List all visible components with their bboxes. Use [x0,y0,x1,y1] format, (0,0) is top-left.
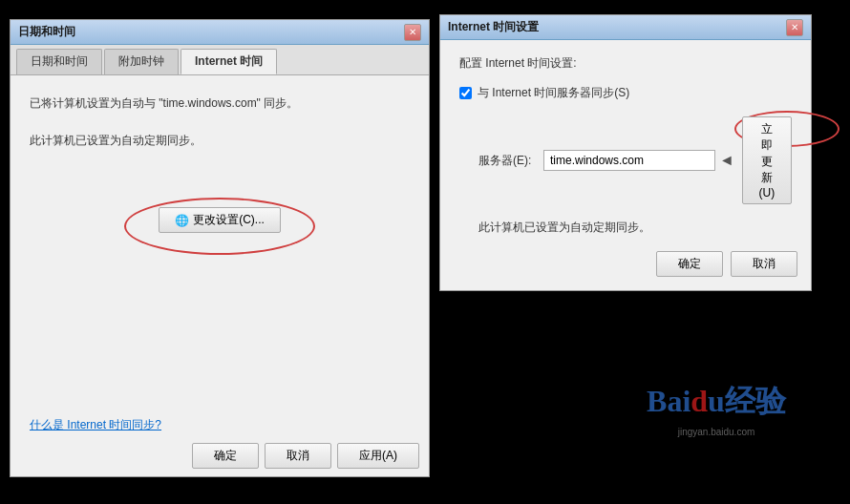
auto-sync-text: 此计算机已设置为自动定期同步。 [30,132,410,150]
tab-date-time[interactable]: 日期和时间 [16,49,102,74]
apply-button[interactable]: 应用(A) [337,443,419,469]
server-label: 服务器(E): [478,153,536,169]
sync-checkbox-label: 与 Internet 时间服务器同步(S) [478,85,629,101]
inet-close-button[interactable]: ✕ [786,19,803,36]
confirm-button[interactable]: 确定 [192,443,259,469]
main-dialog-titlebar: 日期和时间 ✕ [11,20,429,45]
inet-confirm-button[interactable]: 确定 [656,251,723,277]
change-btn-area: 🌐 更改设置(C)... [30,207,410,233]
inet-dialog: Internet 时间设置 ✕ 配置 Internet 时间设置: 与 Inte… [439,14,812,291]
cancel-button[interactable]: 取消 [265,443,331,469]
close-button[interactable]: ✕ [404,24,421,41]
internet-time-sync-link[interactable]: 什么是 Internet 时间同步? [30,417,161,433]
tabs-row: 日期和时间 附加时钟 Internet 时间 [11,45,429,75]
title-buttons: ✕ [404,24,421,41]
sync-checkbox[interactable] [459,87,472,99]
inet-bottom-buttons: 确定 取消 [656,251,797,277]
main-dialog: 日期和时间 ✕ 日期和时间 附加时钟 Internet 时间 已将计算机设置为自… [10,19,430,477]
arrow-icon: ◄ [719,152,734,169]
sync-description: 已将计算机设置为自动与 "time.windows.com" 同步。 [30,94,410,113]
baidu-logo-text: Baidu经验 [647,381,786,423]
inet-dialog-content: 配置 Internet 时间设置: 与 Internet 时间服务器同步(S) … [440,40,811,251]
tab-internet-time[interactable]: Internet 时间 [181,49,277,74]
sync-checkbox-row: 与 Internet 时间服务器同步(S) [459,85,792,101]
inet-dialog-title: Internet 时间设置 [448,19,539,35]
oval-annotation [124,198,315,255]
inet-config-text: 配置 Internet 时间设置: [459,55,792,72]
main-dialog-bottom-buttons: 确定 取消 应用(A) [192,443,419,469]
inet-cancel-button[interactable]: 取消 [731,251,797,277]
baidu-url: jingyan.baidu.com [678,427,755,437]
main-dialog-content: 已将计算机设置为自动与 "time.windows.com" 同步。 此计算机已… [11,75,429,455]
server-input-area: ◄ [543,150,734,171]
inet-title-buttons: ✕ [786,19,803,36]
inet-dialog-titlebar: Internet 时间设置 ✕ [440,15,811,40]
inet-sync-text: 此计算机已设置为自动定期同步。 [478,220,792,236]
server-input[interactable] [543,150,715,171]
tab-additional-clock[interactable]: 附加时钟 [104,49,179,74]
update-btn-wrap: 立即更新(U) [742,116,792,204]
update-now-button[interactable]: 立即更新(U) [742,116,792,204]
main-dialog-title: 日期和时间 [18,24,75,40]
server-row: 服务器(E): ◄ 立即更新(U) [478,116,792,204]
watermark-area: Baidu经验 jingyan.baidu.com [583,313,850,504]
